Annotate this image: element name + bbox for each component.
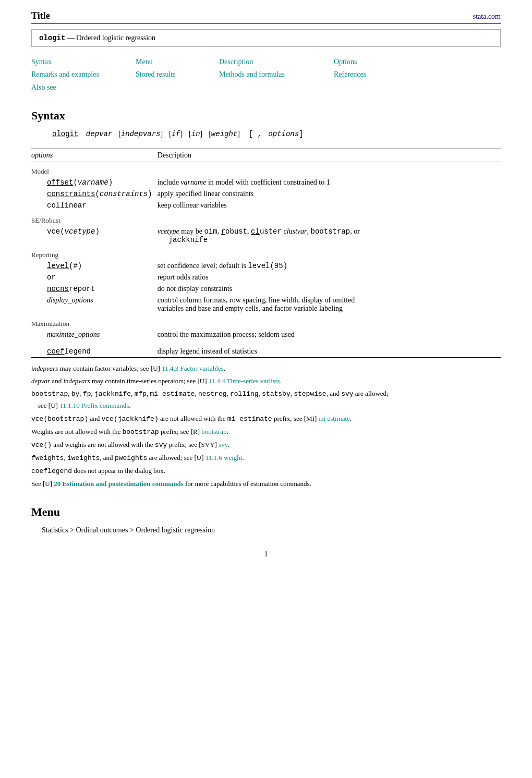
- footnote-9: See [U] 20 Estimation and postestimation…: [31, 478, 501, 490]
- link-estimation-commands[interactable]: 20 Estimation and postestimation command…: [54, 480, 183, 488]
- footnote-1: indepvars may contain factor variables; …: [31, 363, 501, 374]
- table-row: nocnsreport do not display constraints: [31, 283, 501, 295]
- syntax-if: if: [172, 130, 180, 138]
- nav-syntax[interactable]: Syntax: [31, 56, 136, 68]
- syntax-bracket-options-close: ]: [299, 130, 303, 138]
- syntax-weight: weight: [211, 130, 237, 138]
- command-name: ologit: [39, 34, 65, 42]
- table-row: Model: [31, 162, 501, 177]
- desc-vce: vcetype may be oim, robust, cluster clus…: [158, 226, 501, 246]
- option-constraints: constraints(constraints): [31, 188, 158, 200]
- link-weight[interactable]: 11.1.6 weight: [205, 454, 243, 461]
- desc-constraints: apply specified linear constraints: [158, 188, 501, 200]
- link-mi-estimate[interactable]: mi estimate: [319, 415, 350, 422]
- desc-coeflegend: display legend instead of statistics: [158, 346, 501, 358]
- syntax-cmd: ologit: [52, 130, 78, 138]
- table-row: maximize_options control the maximizatio…: [31, 329, 501, 341]
- section-label-reporting: Reporting: [31, 246, 158, 260]
- table-row: Maximization: [31, 314, 501, 329]
- command-box: ologit — Ordered logistic regression: [31, 29, 501, 47]
- page: Title stata.com ologit — Ordered logisti…: [0, 0, 532, 778]
- table-row: level(#) set confidence level; default i…: [31, 260, 501, 272]
- footnote-3: bootstrap, by, fp, jackknife, mfp, mi es…: [31, 388, 501, 411]
- section-label-model: Model: [31, 162, 158, 177]
- nav-remarks[interactable]: Remarks and examples: [31, 69, 136, 80]
- link-svy[interactable]: svy: [219, 441, 227, 448]
- nav-alsosee[interactable]: Also see: [31, 82, 136, 93]
- syntax-bracket-in-close: ]: [200, 130, 203, 138]
- table-header-options: options: [31, 149, 158, 162]
- option-maximize: maximize_options: [31, 329, 158, 341]
- desc-or: report odds ratios: [158, 272, 501, 283]
- option-or: or: [31, 272, 158, 283]
- syntax-bracket-in-open: [: [187, 130, 191, 138]
- footnotes: indepvars may contain factor variables; …: [31, 363, 501, 490]
- section-label-se: SE/Robust: [31, 211, 158, 226]
- footnote-7: fweights, iweights, and pweights are all…: [31, 452, 501, 464]
- nav-options[interactable]: Options: [334, 56, 417, 68]
- syntax-bracket-if-close: ]: [180, 130, 183, 138]
- option-collinear: collinear: [31, 200, 158, 211]
- nav-methods[interactable]: Methods and formulas: [219, 69, 334, 80]
- nav-references[interactable]: References: [334, 69, 417, 80]
- table-row: collinear keep collinear variables: [31, 200, 501, 211]
- footnote-2: depvar and indepvars may contain time-se…: [31, 375, 501, 387]
- footnote-4: vce(bootstrap) and vce(jackknife) are no…: [31, 413, 501, 425]
- footnote-8: coeflegend does not appear in the dialog…: [31, 465, 501, 477]
- option-vce: vce(vcetype): [31, 226, 158, 246]
- syntax-bracket-if-open: [: [167, 130, 172, 138]
- menu-section: Menu Statistics > Ordinal outcomes > Ord…: [31, 505, 501, 534]
- table-row: offset(varname) include varname in model…: [31, 177, 501, 188]
- option-level: level(#): [31, 260, 158, 272]
- syntax-in: in: [191, 130, 200, 138]
- option-coeflegend: coeflegend: [31, 346, 158, 358]
- table-header-row: options Description: [31, 149, 501, 162]
- desc-offset: include varname in model with coefficien…: [158, 177, 501, 188]
- table-row: [31, 341, 501, 346]
- footnote-6: vce() and weights are not allowed with t…: [31, 439, 501, 451]
- syntax-comma: [ ,: [244, 130, 262, 138]
- desc-maximize: control the maximization process; seldom…: [158, 329, 501, 341]
- footnote-5: Weights are not allowed with the bootstr…: [31, 426, 501, 438]
- table-row: vce(vcetype) vcetype may be oim, robust,…: [31, 226, 501, 246]
- menu-heading: Menu: [31, 505, 501, 519]
- syntax-line: ologit depvar [indepvars] [if] [in] [wei…: [52, 130, 501, 138]
- nav-menu[interactable]: Menu: [136, 56, 219, 68]
- option-nocnsreport: nocnsreport: [31, 283, 158, 295]
- table-row: constraints(constraints) apply specified…: [31, 188, 501, 200]
- page-title: Title: [31, 10, 50, 21]
- link-prefix-commands[interactable]: 11.1.10 Prefix commands: [59, 402, 129, 409]
- syntax-bracket-indepvars-open: [: [117, 130, 121, 138]
- table-row: Reporting: [31, 246, 501, 260]
- option-offset: offset(varname): [31, 177, 158, 188]
- syntax-depvar: depvar: [86, 130, 112, 138]
- table-row: SE/Robust: [31, 211, 501, 226]
- syntax-heading: Syntax: [31, 109, 501, 123]
- menu-content: Statistics > Ordinal outcomes > Ordered …: [42, 526, 501, 534]
- link-time-series[interactable]: 11.4.4 Time-series varlists: [209, 377, 280, 385]
- table-row: or report odds ratios: [31, 272, 501, 283]
- header: Title stata.com: [31, 10, 501, 24]
- desc-collinear: keep collinear variables: [158, 200, 501, 211]
- syntax-bracket-indepvars-close: ]: [160, 130, 163, 138]
- link-factor-vars[interactable]: 11.4.3 Factor variables: [162, 364, 224, 372]
- syntax-indepvars: indepvars: [121, 130, 161, 138]
- command-description: — Ordered logistic regression: [67, 34, 155, 42]
- nav-stored[interactable]: Stored results: [136, 69, 219, 80]
- nav-description[interactable]: Description: [219, 56, 334, 68]
- link-bootstrap[interactable]: bootstrap: [201, 428, 226, 435]
- options-table: options Description Model offset(varname…: [31, 149, 501, 358]
- page-number: 1: [31, 550, 501, 558]
- option-display-options: display_options: [31, 295, 158, 314]
- table-row: display_options control column formats, …: [31, 295, 501, 314]
- syntax-options: options: [268, 130, 299, 138]
- table-header-desc: Description: [158, 149, 501, 162]
- desc-nocnsreport: do not display constraints: [158, 283, 501, 295]
- table-row: coeflegend display legend instead of sta…: [31, 346, 501, 358]
- syntax-bracket-weight-close: ]: [237, 130, 240, 138]
- nav-grid: Syntax Menu Description Options Remarks …: [31, 56, 501, 93]
- desc-display-options: control column formats, row spacing, lin…: [158, 295, 501, 314]
- desc-level: set confidence level; default is level(9…: [158, 260, 501, 272]
- stata-link[interactable]: stata.com: [473, 13, 501, 21]
- syntax-bracket-weight-open: [: [207, 130, 211, 138]
